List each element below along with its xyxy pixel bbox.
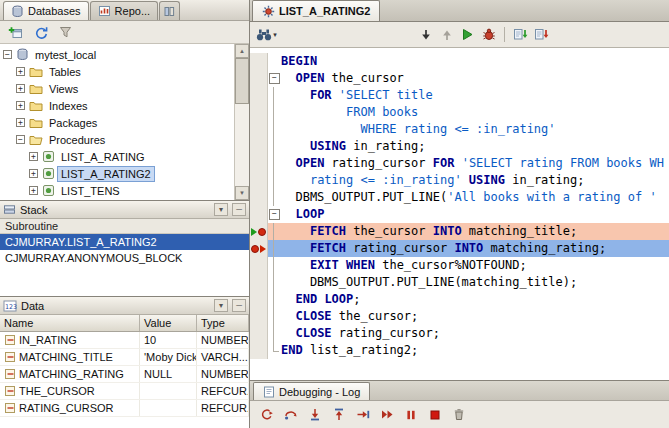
code-line-2[interactable]: OPEN the_cursor — [250, 70, 669, 87]
column-header-value[interactable]: Value — [140, 315, 197, 331]
code-editor[interactable]: BEGIN OPEN the_cursor FOR 'SELECT title … — [250, 48, 669, 380]
line-gutter[interactable] — [250, 104, 268, 121]
run-button[interactable] — [457, 25, 478, 45]
tab-databases[interactable]: Databases — [3, 1, 89, 20]
tree-item-list_a_rating[interactable]: +LIST_A_RATING — [0, 148, 234, 165]
collapse-box-icon[interactable]: − — [3, 50, 12, 59]
line-gutter[interactable] — [250, 257, 268, 274]
line-gutter[interactable] — [250, 172, 268, 189]
line-gutter[interactable] — [250, 87, 268, 104]
code-line-12[interactable]: FETCH rating_cursor INTO matching_rating… — [250, 240, 669, 257]
tree-item-views[interactable]: +Views — [0, 80, 234, 97]
code-line-10[interactable]: LOOP — [250, 206, 669, 223]
column-header-name[interactable]: Name — [0, 315, 140, 331]
line-gutter[interactable] — [250, 155, 268, 172]
code-line-3[interactable]: FOR 'SELECT title — [250, 87, 669, 104]
fold-collapse-icon[interactable] — [268, 70, 281, 87]
code-line-9[interactable]: DBMS_OUTPUT.PUT_LINE('All books with a r… — [250, 189, 669, 206]
code-line-8[interactable]: rating <= :in_rating' USING in_rating; — [250, 172, 669, 189]
tab-reports[interactable]: Repo... — [90, 1, 158, 20]
debug-button[interactable] — [478, 25, 499, 45]
step-over-button[interactable] — [280, 405, 301, 425]
stack-menu-button[interactable]: ▾ — [214, 203, 228, 216]
expand-box-icon[interactable]: + — [16, 67, 25, 76]
tree-item-mytest_local[interactable]: −mytest_local — [0, 46, 234, 63]
delete-button[interactable] — [448, 405, 469, 425]
tree-item-indexes[interactable]: +Indexes — [0, 97, 234, 114]
code-line-11[interactable]: FETCH the_cursor INTO matching_title; — [250, 223, 669, 240]
data-row[interactable]: THE_CURSORREFCUR... — [0, 383, 249, 400]
resume-button[interactable] — [376, 405, 397, 425]
step-to-end-button[interactable] — [352, 405, 373, 425]
line-gutter[interactable] — [250, 308, 268, 325]
data-minimize-button[interactable]: ─ — [232, 299, 246, 312]
compile-for-debug-button[interactable] — [531, 25, 552, 45]
stack-minimize-button[interactable]: ─ — [232, 203, 246, 216]
scroll-up-icon[interactable]: ▲ — [235, 44, 249, 58]
step-out-button[interactable] — [328, 405, 349, 425]
line-gutter[interactable] — [250, 325, 268, 342]
tree-scrollbar[interactable]: ▲ ▼ — [234, 44, 249, 200]
filter-button[interactable] — [55, 22, 76, 42]
data-row[interactable]: MATCHING_RATINGNULLNUMBER — [0, 366, 249, 383]
collapse-box-icon[interactable]: − — [16, 135, 25, 144]
scrollbar-thumb[interactable] — [235, 58, 249, 104]
code-line-13[interactable]: EXIT WHEN the_cursor%NOTFOUND; — [250, 257, 669, 274]
refresh-button[interactable] — [30, 22, 51, 42]
line-gutter[interactable] — [250, 138, 268, 155]
line-gutter[interactable] — [250, 274, 268, 291]
code-line-17[interactable]: CLOSE rating_cursor; — [250, 325, 669, 342]
variable-icon — [4, 385, 16, 397]
tree-item-tables[interactable]: +Tables — [0, 63, 234, 80]
code-line-1[interactable]: BEGIN — [250, 53, 669, 70]
add-connection-button[interactable] — [5, 22, 26, 42]
pause-button[interactable] — [400, 405, 421, 425]
expand-box-icon[interactable]: + — [29, 169, 38, 178]
code-line-14[interactable]: DBMS_OUTPUT.PUT_LINE(matching_title); — [250, 274, 669, 291]
code-line-7[interactable]: OPEN rating_cursor FOR 'SELECT rating FR… — [250, 155, 669, 172]
navigate-previous-button[interactable] — [436, 25, 457, 45]
fold-collapse-icon[interactable] — [268, 206, 281, 223]
line-gutter[interactable] — [250, 70, 268, 87]
line-gutter[interactable] — [250, 342, 268, 359]
code-line-18[interactable]: END list_a_rating2; — [250, 342, 669, 359]
tree-item-procedures[interactable]: −Procedures — [0, 131, 234, 148]
find-button[interactable]: ▾ — [256, 25, 277, 45]
find-execution-point-button[interactable] — [256, 405, 277, 425]
code-line-4[interactable]: FROM books — [250, 104, 669, 121]
line-gutter[interactable] — [250, 189, 268, 206]
line-gutter[interactable] — [250, 240, 268, 257]
code-line-6[interactable]: USING in_rating; — [250, 138, 669, 155]
scroll-down-icon[interactable]: ▼ — [235, 186, 249, 200]
terminate-button[interactable] — [424, 405, 445, 425]
code-line-5[interactable]: WHERE rating <= :in_rating' — [250, 121, 669, 138]
line-gutter[interactable] — [250, 206, 268, 223]
compile-button[interactable] — [510, 25, 531, 45]
stack-frame[interactable]: CJMURRAY.LIST_A_RATING2 — [0, 234, 249, 250]
navigate-next-button[interactable] — [415, 25, 436, 45]
data-row[interactable]: RATING_CURSORREFCUR... — [0, 400, 249, 417]
column-header-type[interactable]: Type — [197, 315, 249, 331]
code-line-15[interactable]: END LOOP; — [250, 291, 669, 308]
expand-box-icon[interactable]: + — [16, 118, 25, 127]
tab-panels[interactable] — [159, 1, 180, 20]
line-gutter[interactable] — [250, 223, 268, 240]
expand-box-icon[interactable]: + — [29, 152, 38, 161]
expand-box-icon[interactable]: + — [16, 101, 25, 110]
code-line-16[interactable]: CLOSE the_cursor; — [250, 308, 669, 325]
tree-item-packages[interactable]: +Packages — [0, 114, 234, 131]
tab-list-a-rating2[interactable]: LIST_A_RATING2 — [252, 0, 380, 21]
expand-box-icon[interactable]: + — [29, 186, 38, 195]
data-row[interactable]: IN_RATING10NUMBER — [0, 332, 249, 349]
tree-item-list_a_rating2[interactable]: +LIST_A_RATING2 — [0, 165, 234, 182]
line-gutter[interactable] — [250, 53, 268, 70]
tree-item-list_tens[interactable]: +LIST_TENS — [0, 182, 234, 199]
step-into-button[interactable] — [304, 405, 325, 425]
data-menu-button[interactable]: ▾ — [214, 299, 228, 312]
expand-box-icon[interactable]: + — [16, 84, 25, 93]
stack-frame[interactable]: CJMURRAY.ANONYMOUS_BLOCK — [0, 250, 249, 266]
data-row[interactable]: MATCHING_TITLE'Moby Dick'VARCH... — [0, 349, 249, 366]
line-gutter[interactable] — [250, 121, 268, 138]
line-gutter[interactable] — [250, 291, 268, 308]
tab-debugging-log[interactable]: Debugging - Log — [253, 382, 370, 400]
